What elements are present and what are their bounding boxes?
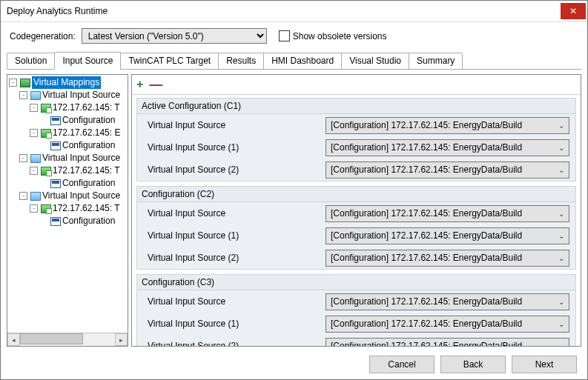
tree-item[interactable]: 172.17.62.145: E [53, 127, 120, 139]
tab-visual-studio[interactable]: Visual Studio [341, 53, 409, 69]
close-button[interactable]: ✕ [561, 3, 586, 19]
expand-icon[interactable]: - [30, 129, 38, 137]
config-icon [50, 217, 61, 226]
main-body: -Virtual Mappings -Virtual Input Source … [1, 70, 587, 350]
expand-icon[interactable]: - [30, 204, 38, 213]
expand-icon[interactable]: - [19, 154, 27, 162]
titlebar: Deploy Analytics Runtime ✕ [1, 1, 587, 22]
expand-icon[interactable]: - [19, 91, 27, 99]
close-icon: ✕ [569, 6, 577, 16]
row-label: Virtual Input Source (2) [148, 341, 326, 346]
row-label: Virtual Input Source (1) [148, 319, 326, 329]
back-button[interactable]: Back [440, 356, 506, 373]
scroll-track[interactable] [20, 333, 115, 346]
config-group: Active Configuration (C1)Virtual Input S… [136, 98, 576, 181]
scroll-left-icon[interactable]: ◂ [7, 333, 20, 346]
config-row: Virtual Input Source (2)[Configuration] … [137, 159, 575, 181]
tab-solution[interactable]: Solution [7, 53, 55, 69]
config-value: [Configuration] 172.17.62.145: EnergyDat… [331, 142, 522, 153]
config-select[interactable]: [Configuration] 172.17.62.145: EnergyDat… [326, 139, 569, 156]
obsolete-checkbox[interactable]: Show obsolete versions [279, 30, 387, 41]
endpoint-icon [41, 167, 51, 176]
cancel-button[interactable]: Cancel [369, 356, 435, 373]
config-value: [Configuration] 172.17.62.145: EnergyDat… [331, 164, 522, 175]
group-rows: Virtual Input Source[Configuration] 172.… [136, 290, 576, 346]
tree-item[interactable]: 172.17.62.145: T [53, 202, 120, 215]
config-select[interactable]: [Configuration] 172.17.62.145: EnergyDat… [326, 227, 569, 244]
tree-item[interactable]: Configuration [62, 215, 115, 227]
row-label: Virtual Input Source (1) [148, 142, 326, 153]
config-value: [Configuration] 172.17.62.145: EnergyDat… [331, 296, 522, 307]
config-select[interactable]: [Configuration] 172.17.62.145: EnergyDat… [326, 250, 569, 267]
config-select[interactable]: [Configuration] 172.17.62.145: EnergyDat… [326, 117, 569, 134]
tree-item[interactable]: Virtual Input Source [42, 190, 120, 202]
deploy-analytics-window: Deploy Analytics Runtime ✕ Codegeneratio… [0, 0, 588, 380]
config-value: [Configuration] 172.17.62.145: EnergyDat… [331, 341, 522, 346]
config-icon [50, 179, 61, 188]
config-value: [Configuration] 172.17.62.145: EnergyDat… [331, 319, 522, 329]
virtual-mappings-icon [20, 79, 30, 87]
config-row: Virtual Input Source (2)[Configuration] … [137, 335, 575, 346]
source-icon [30, 154, 41, 163]
tree-root[interactable]: Virtual Mappings [32, 76, 101, 89]
tab-results[interactable]: Results [218, 53, 264, 69]
chevron-down-icon: ⌄ [555, 121, 567, 130]
tree-item[interactable]: 172.17.62.145: T [53, 101, 120, 114]
tree-item[interactable]: Configuration [62, 114, 115, 127]
config-select[interactable]: [Configuration] 172.17.62.145: EnergyDat… [326, 338, 569, 347]
tab-summary[interactable]: Summary [409, 53, 463, 69]
scroll-right-icon[interactable]: ▸ [115, 333, 128, 346]
tree-item[interactable]: 172.17.62.145: T [53, 164, 120, 177]
row-label: Virtual Input Source (1) [148, 230, 326, 241]
chevron-down-icon: ⌄ [555, 232, 567, 240]
scroll-thumb[interactable] [20, 333, 83, 344]
config-group: Configuration (C3)Virtual Input Source[C… [136, 274, 576, 346]
config-icon [50, 116, 61, 125]
row-label: Virtual Input Source (2) [148, 164, 326, 175]
expand-icon[interactable]: - [9, 79, 17, 87]
config-icon [50, 141, 61, 150]
expand-icon[interactable]: - [19, 192, 27, 200]
group-rows: Virtual Input Source[Configuration] 172.… [136, 114, 576, 181]
expand-icon[interactable]: - [30, 167, 38, 175]
endpoint-icon [41, 129, 51, 138]
config-value: [Configuration] 172.17.62.145: EnergyDat… [331, 253, 522, 263]
row-label: Virtual Input Source (2) [148, 253, 326, 263]
add-button[interactable]: + [136, 78, 143, 91]
tab-hmi-dashboard[interactable]: HMI Dashboard [263, 53, 342, 69]
tree-item[interactable]: Configuration [62, 177, 115, 190]
tree-panel: -Virtual Mappings -Virtual Input Source … [7, 74, 128, 347]
next-button[interactable]: Next [512, 356, 577, 373]
config-value: [Configuration] 172.17.62.145: EnergyDat… [331, 230, 522, 241]
row-label: Virtual Input Source [148, 120, 326, 130]
group-rows: Virtual Input Source[Configuration] 172.… [136, 202, 576, 270]
tab-input-source[interactable]: Input Source [54, 52, 121, 70]
config-select[interactable]: [Configuration] 172.17.62.145: EnergyDat… [326, 316, 569, 333]
tree-item[interactable]: Virtual Input Source [42, 89, 120, 101]
tree-item[interactable]: Virtual Input Source [42, 152, 120, 164]
row-label: Virtual Input Source [148, 208, 326, 219]
config-select[interactable]: [Configuration] 172.17.62.145: EnergyDat… [326, 293, 569, 310]
source-icon [30, 192, 41, 201]
config-value: [Configuration] 172.17.62.145: EnergyDat… [331, 120, 522, 130]
panel-toolbar: + — [132, 75, 581, 95]
source-icon [30, 91, 41, 100]
tree-h-scrollbar[interactable]: ◂ ▸ [7, 333, 128, 346]
endpoint-icon [41, 104, 51, 113]
chevron-down-icon: ⌄ [555, 166, 567, 174]
expand-icon[interactable]: - [30, 104, 38, 112]
tab-plc-target[interactable]: TwinCAT PLC Target [120, 53, 219, 69]
group-header: Active Configuration (C1) [136, 98, 576, 114]
remove-button[interactable]: — [149, 80, 162, 89]
tree[interactable]: -Virtual Mappings -Virtual Input Source … [7, 75, 128, 333]
config-select[interactable]: [Configuration] 172.17.62.145: EnergyDat… [326, 161, 569, 179]
config-row: Virtual Input Source (1)[Configuration] … [137, 224, 575, 247]
row-label: Virtual Input Source [148, 296, 326, 307]
tree-item[interactable]: Configuration [62, 139, 115, 152]
config-row: Virtual Input Source[Configuration] 172.… [137, 202, 575, 224]
tab-strip: Solution Input Source TwinCAT PLC Target… [1, 51, 587, 69]
config-select[interactable]: [Configuration] 172.17.62.145: EnergyDat… [326, 205, 569, 222]
codegen-bar: Codegeneration: Latest Version ("Version… [1, 22, 587, 51]
panel-body: Active Configuration (C1)Virtual Input S… [132, 95, 581, 346]
codegen-select[interactable]: Latest Version ("Version 5.0") [82, 28, 267, 44]
